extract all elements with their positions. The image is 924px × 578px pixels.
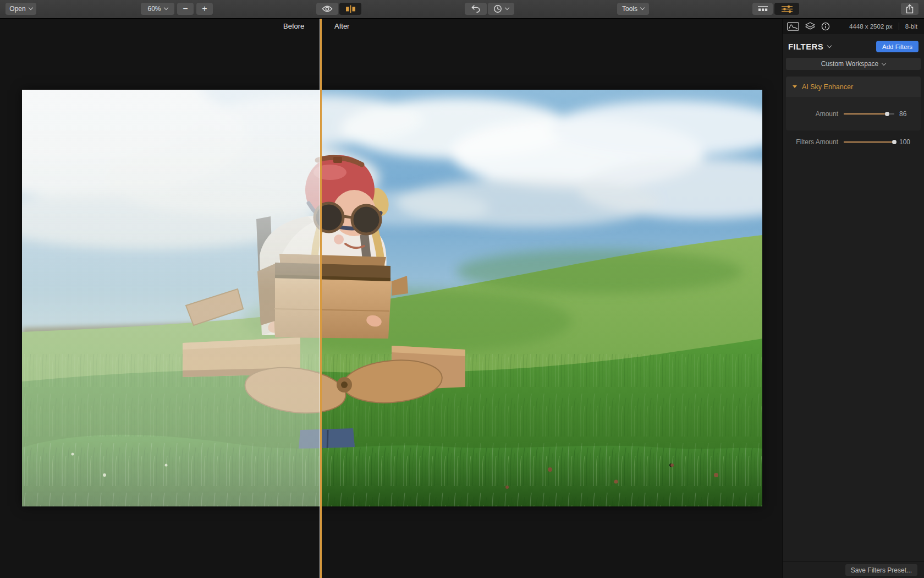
top-toolbar: Open 60% − + <box>0 0 924 19</box>
filters-amount-value: 100 <box>899 138 916 146</box>
chevron-down-icon <box>163 6 168 10</box>
save-filters-preset-button[interactable]: Save Filters Preset... <box>845 564 917 576</box>
share-icon <box>905 4 914 14</box>
filter-card-ai-sky-enhancer: AI Sky Enhancer Amount 86 <box>786 77 921 130</box>
presets-strip-icon <box>757 5 769 13</box>
workspace-dropdown[interactable]: Custom Workspace <box>786 58 921 70</box>
photo-illustration <box>22 90 762 506</box>
image-canvas[interactable]: Before After <box>0 18 782 578</box>
bit-depth: 8-bit <box>905 23 917 30</box>
presets-panel-toggle[interactable] <box>752 3 773 15</box>
history-button[interactable] <box>488 3 514 15</box>
add-filters-button[interactable]: Add Filters <box>876 41 919 52</box>
chevron-down-icon <box>28 6 32 10</box>
amount-value: 86 <box>899 110 916 118</box>
tools-label: Tools <box>622 5 637 13</box>
compare-split-icon <box>345 5 356 13</box>
filters-panel-toggle[interactable] <box>774 3 799 15</box>
filters-title[interactable]: FILTERS <box>788 42 823 51</box>
panel-spacer <box>783 146 924 561</box>
filter-name: AI Sky Enhancer <box>802 83 853 91</box>
filter-card-header[interactable]: AI Sky Enhancer <box>786 77 921 97</box>
after-label: After <box>334 22 349 30</box>
filters-amount-label: Filters Amount <box>791 138 838 146</box>
panel-footer: Save Filters Preset... <box>783 561 924 578</box>
eye-icon <box>322 5 333 13</box>
divider <box>899 23 899 30</box>
workspace-label: Custom Workspace <box>821 60 878 68</box>
amount-slider[interactable] <box>844 111 894 117</box>
filters-amount-slider[interactable] <box>844 139 894 145</box>
zoom-level-value: 60% <box>147 5 161 13</box>
preview-toggle-button[interactable] <box>316 3 338 15</box>
filters-header: FILTERS Add Filters <box>788 41 919 52</box>
image-dimensions: 4448 x 2502 px <box>849 23 893 30</box>
history-clock-icon <box>493 4 502 13</box>
tools-dropdown[interactable]: Tools <box>617 3 649 15</box>
layers-icon[interactable] <box>805 22 815 30</box>
compare-divider-handle[interactable] <box>320 18 322 578</box>
info-icon[interactable] <box>821 22 830 31</box>
collapse-triangle-icon <box>793 85 797 88</box>
slider-fill <box>844 113 887 114</box>
chevron-down-icon <box>505 6 509 10</box>
photo[interactable] <box>22 90 762 506</box>
before-label: Before <box>283 22 304 30</box>
amount-label: Amount <box>791 110 838 118</box>
chevron-down-icon <box>827 43 832 47</box>
zoom-in-button[interactable]: + <box>196 3 213 15</box>
slider-thumb[interactable] <box>885 112 889 116</box>
histogram-icon[interactable] <box>787 22 799 31</box>
export-button[interactable] <box>901 3 919 15</box>
chevron-down-icon <box>882 61 886 65</box>
compare-toggle-button[interactable] <box>339 3 361 15</box>
filters-amount-row: Filters Amount 100 <box>783 138 924 146</box>
zoom-out-button[interactable]: − <box>177 3 194 15</box>
zoom-level-dropdown[interactable]: 60% <box>141 3 174 15</box>
slider-fill <box>844 141 894 143</box>
chevron-down-icon <box>640 6 645 10</box>
open-button[interactable]: Open <box>6 3 36 15</box>
filter-card-body: Amount 86 <box>786 97 921 130</box>
slider-thumb[interactable] <box>892 140 897 144</box>
sliders-icon <box>781 5 793 13</box>
open-label: Open <box>9 5 25 13</box>
panel-status-row: 4448 x 2502 px 8-bit <box>783 18 924 34</box>
undo-button[interactable] <box>465 3 487 15</box>
undo-icon <box>471 5 481 13</box>
filters-panel: 4448 x 2502 px 8-bit FILTERS Add Filters… <box>782 18 924 578</box>
